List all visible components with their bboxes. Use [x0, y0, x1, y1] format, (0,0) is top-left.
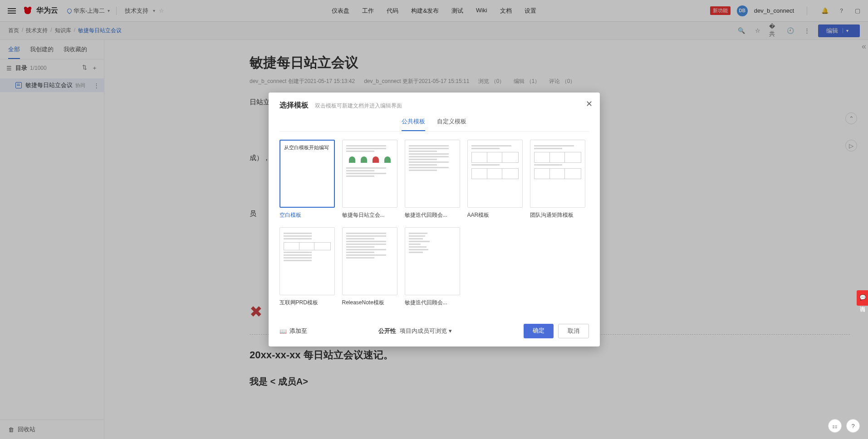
- template-preview: [530, 140, 585, 208]
- template-card[interactable]: 团队沟通矩阵模板: [530, 140, 585, 219]
- template-preview: [467, 140, 523, 208]
- help-icon[interactable]: ?: [846, 419, 860, 433]
- visibility-value[interactable]: 项目内成员可浏览 ▾: [400, 327, 452, 335]
- template-card[interactable]: 敏捷迭代回顾会...: [405, 140, 460, 219]
- template-label: AAR模板: [467, 211, 523, 219]
- close-icon[interactable]: ✕: [586, 99, 593, 109]
- book-icon: 📖: [280, 328, 287, 335]
- template-card[interactable]: 敏捷每日站立会...: [342, 140, 397, 219]
- modal-subtitle: 双击模板可新建文档并进入编辑界面: [315, 102, 402, 110]
- template-modal: 选择模板 双击模板可新建文档并进入编辑界面 ✕ 公共模板 自定义模板 从空白模板…: [269, 93, 600, 346]
- template-preview: [342, 140, 397, 208]
- modal-tab-custom[interactable]: 自定义模板: [437, 117, 466, 131]
- template-preview: [280, 227, 335, 295]
- modal-overlay: 选择模板 双击模板可新建文档并进入编辑界面 ✕ 公共模板 自定义模板 从空白模板…: [0, 0, 868, 439]
- template-card[interactable]: 敏捷迭代回顾会...: [405, 227, 460, 307]
- consult-tab[interactable]: 💬 咨询: [857, 290, 868, 306]
- template-preview: [342, 227, 397, 295]
- template-label: 空白模板: [280, 211, 335, 219]
- template-label: ReleaseNote模板: [342, 299, 397, 307]
- template-card[interactable]: AAR模板: [467, 140, 523, 219]
- template-preview: [405, 227, 460, 295]
- template-label: 敏捷迭代回顾会...: [405, 299, 460, 307]
- template-label: 敏捷迭代回顾会...: [405, 211, 460, 219]
- modal-tab-public[interactable]: 公共模板: [402, 117, 425, 131]
- template-label: 团队沟通矩阵模板: [530, 211, 585, 219]
- template-card[interactable]: 互联网PRD模板: [280, 227, 335, 307]
- template-card[interactable]: ReleaseNote模板: [342, 227, 397, 307]
- visibility-label: 公开性: [378, 327, 396, 335]
- template-grid: 从空白模板开始编写空白模板敏捷每日站立会...敏捷迭代回顾会...AAR模板团队…: [280, 140, 589, 307]
- chat-icon: 💬: [859, 294, 866, 301]
- template-label: 敏捷每日站立会...: [342, 211, 397, 219]
- template-card[interactable]: 从空白模板开始编写空白模板: [280, 140, 335, 219]
- cancel-button[interactable]: 取消: [558, 324, 589, 338]
- ok-button[interactable]: 确定: [524, 324, 554, 338]
- template-preview: [405, 140, 460, 208]
- modal-title: 选择模板: [280, 101, 309, 110]
- template-label: 互联网PRD模板: [280, 299, 335, 307]
- template-preview: 从空白模板开始编写: [280, 140, 335, 208]
- add-to-label: 添加至: [289, 327, 307, 335]
- feedback-icon[interactable]: ⚏: [828, 419, 842, 433]
- add-to-selector[interactable]: 📖 添加至: [280, 327, 307, 335]
